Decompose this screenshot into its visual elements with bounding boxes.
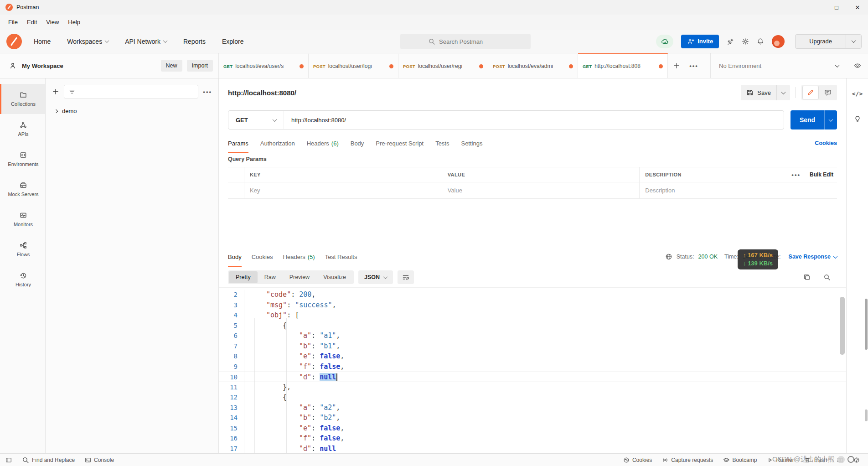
nav-item-reports[interactable]: Reports (183, 38, 206, 45)
response-tab-headers[interactable]: Headers(5) (283, 246, 315, 267)
send-button[interactable]: Send (790, 110, 837, 129)
gear-icon[interactable] (742, 38, 749, 45)
collection-item-demo[interactable]: demo (52, 108, 212, 114)
code-snippet-icon[interactable]: </> (852, 90, 863, 97)
statusbar-capture-requests[interactable]: Capture requests (662, 457, 713, 463)
send-options-chevron[interactable] (824, 110, 837, 129)
window-scrollbar-thumb[interactable] (865, 299, 868, 350)
tab-tests[interactable]: Tests (435, 133, 449, 153)
line-number: 11 (219, 382, 244, 393)
open-tab[interactable]: POST localhost/eva/admi (488, 53, 578, 78)
workspace-name[interactable]: My Workspace (22, 62, 63, 69)
nav-item-api-network[interactable]: API Network (125, 38, 167, 45)
new-tab-button[interactable] (668, 53, 685, 78)
menu-view[interactable]: View (41, 19, 63, 26)
response-body-editor[interactable]: 2"code": 200,3"msg": "success",4"obj": [… (219, 287, 846, 453)
statusbar-panes-button[interactable] (837, 457, 843, 463)
tab-body[interactable]: Body (351, 133, 364, 153)
search-input[interactable] (439, 38, 503, 45)
chevron-right-icon[interactable] (54, 109, 58, 113)
method-select[interactable]: GET (228, 111, 284, 129)
view-mode-pretty[interactable]: Pretty (229, 271, 258, 283)
runner-icon (767, 457, 773, 463)
sidebar-item-history[interactable]: History (0, 264, 45, 295)
open-tab[interactable]: GET localhost/eva/user/s (219, 53, 309, 78)
nav-item-explore[interactable]: Explore (222, 38, 243, 45)
save-button[interactable]: Save (741, 85, 790, 100)
global-search[interactable] (400, 34, 531, 49)
sidebar-item-flows[interactable]: Flows (0, 234, 45, 264)
chevron-down-icon[interactable] (846, 35, 861, 48)
url-input[interactable] (284, 111, 784, 129)
tab-options-button[interactable]: ••• (685, 53, 703, 78)
param-value-input[interactable] (448, 187, 620, 194)
sidebar-item-apis[interactable]: APIs (0, 114, 45, 144)
sidebar-item-mock-servers[interactable]: Mock Servers (0, 174, 45, 204)
nav-item-home[interactable]: Home (34, 38, 51, 45)
sidebar-filter-input[interactable] (64, 85, 198, 98)
tab-headers[interactable]: Headers(6) (307, 133, 339, 153)
nav-item-workspaces[interactable]: Workspaces (67, 38, 108, 45)
sidebar-item-environments[interactable]: Environments (0, 144, 45, 174)
upgrade-button[interactable]: Upgrade (795, 34, 862, 49)
lightbulb-icon[interactable] (854, 115, 861, 123)
param-key-input[interactable] (250, 187, 423, 194)
sync-status-icon[interactable] (656, 35, 673, 48)
satellite-icon[interactable] (727, 38, 734, 45)
save-options-chevron[interactable] (776, 85, 790, 100)
tab-pre-request-script[interactable]: Pre-request Script (376, 133, 424, 153)
save-response-button[interactable]: Save Response (789, 254, 837, 260)
statusbar-find-and-replace[interactable]: Find and Replace (22, 456, 75, 464)
environment-quick-look[interactable] (847, 53, 868, 78)
cookies-link[interactable]: Cookies (815, 133, 837, 153)
minimize-button[interactable]: – (805, 0, 826, 15)
statusbar-help-button[interactable] (853, 457, 860, 463)
globe-icon[interactable] (665, 253, 672, 260)
postman-logo-icon[interactable] (6, 34, 22, 49)
tab-settings[interactable]: Settings (461, 133, 482, 153)
comment-button[interactable] (820, 86, 836, 99)
menu-edit[interactable]: Edit (22, 19, 41, 26)
open-tab[interactable]: GET http://localhost:808 (578, 53, 668, 78)
tab-authorization[interactable]: Authorization (260, 133, 295, 153)
statusbar-runner[interactable]: Runner (767, 457, 794, 463)
statusbar-bootcamp[interactable]: Bootcamp (723, 457, 757, 463)
copy-icon[interactable] (803, 274, 811, 281)
import-button[interactable]: Import (187, 60, 213, 72)
statusbar-panel-button[interactable] (5, 457, 12, 463)
response-tab-test-results[interactable]: Test Results (325, 246, 357, 267)
open-tab[interactable]: POST localhost/user/logi (309, 53, 398, 78)
bulk-edit-button[interactable]: Bulk Edit (810, 171, 833, 178)
environment-selector[interactable]: No Environment (710, 53, 847, 78)
menu-help[interactable]: Help (63, 19, 85, 26)
sidebar-more-button[interactable]: ••• (203, 88, 212, 95)
edit-mode-button[interactable] (802, 86, 819, 99)
add-collection-button[interactable] (52, 88, 59, 95)
search-response-icon[interactable] (823, 274, 831, 281)
param-description-input[interactable] (645, 187, 818, 194)
view-mode-preview[interactable]: Preview (283, 271, 316, 283)
response-tab-body[interactable]: Body (228, 246, 242, 267)
invite-button[interactable]: Invite (681, 35, 719, 48)
new-button[interactable]: New (161, 60, 182, 72)
avatar[interactable] (772, 35, 785, 48)
sidebar-item-monitors[interactable]: Monitors (0, 204, 45, 234)
maximize-button[interactable]: □ (826, 0, 847, 15)
window-scrollbar-thumb[interactable] (865, 409, 868, 421)
format-select[interactable]: JSON (358, 270, 393, 284)
statusbar-cookies[interactable]: Cookies (623, 457, 652, 463)
bell-icon[interactable] (757, 38, 764, 45)
statusbar-console[interactable]: Console (85, 457, 114, 463)
view-mode-raw[interactable]: Raw (258, 271, 283, 283)
tab-params[interactable]: Params (228, 133, 248, 153)
rail-label: Collections (11, 101, 36, 107)
sidebar-item-collections[interactable]: Collections (0, 84, 45, 114)
response-tab-cookies[interactable]: Cookies (252, 246, 273, 267)
params-more-button[interactable]: ••• (791, 171, 801, 178)
wrap-lines-button[interactable] (398, 270, 414, 284)
statusbar-trash[interactable]: Trash (804, 457, 827, 463)
open-tab[interactable]: POST localhost/user/regi (398, 53, 488, 78)
close-button[interactable]: ✕ (847, 0, 868, 15)
menu-file[interactable]: File (4, 19, 22, 26)
view-mode-visualize[interactable]: Visualize (316, 271, 353, 283)
